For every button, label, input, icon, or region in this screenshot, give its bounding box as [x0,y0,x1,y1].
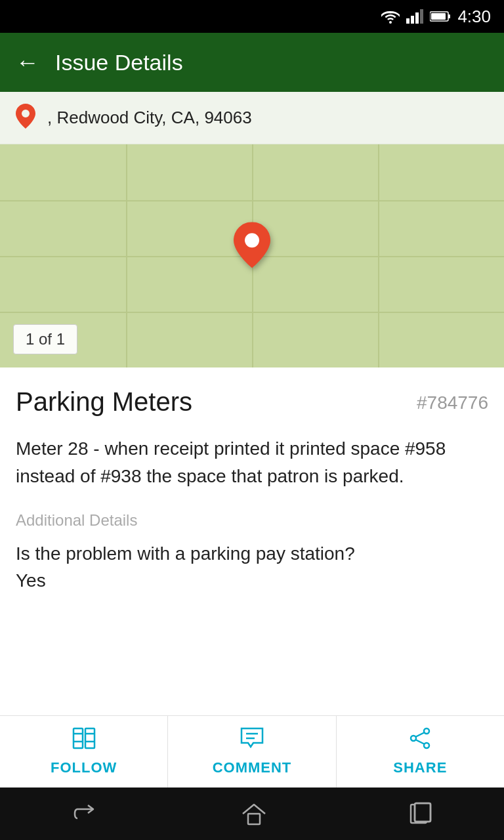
clock-time: 4:30 [457,7,491,27]
svg-rect-3 [420,9,423,24]
svg-rect-0 [406,18,410,24]
comment-icon [240,727,264,754]
svg-rect-6 [431,13,446,20]
map-view[interactable]: 1 of 1 [0,144,504,368]
svg-line-20 [416,740,424,744]
share-button[interactable]: SHARE [337,716,504,788]
svg-rect-21 [248,814,260,824]
map-counter: 1 of 1 [13,324,77,354]
additional-answer: Yes [16,568,488,591]
share-label: SHARE [393,759,447,776]
svg-rect-8 [74,728,83,748]
status-bar: 4:30 [0,0,504,33]
comment-label: COMMENT [213,759,292,776]
follow-icon [72,727,96,754]
svg-rect-2 [415,12,419,24]
issue-title: Parking Meters [16,387,192,417]
svg-line-19 [416,733,424,737]
additional-details-label: Additional Details [16,511,488,530]
svg-rect-9 [85,728,94,748]
battery-icon [430,10,451,22]
map-pin [234,222,270,270]
page-title: Issue Details [55,50,183,75]
status-icons: 4:30 [381,7,491,27]
signal-icon [406,9,423,24]
location-bar: , Redwood City, CA, 94063 [0,92,504,144]
nav-home-button[interactable] [242,802,266,826]
follow-label: FOLLOW [51,759,117,776]
svg-rect-5 [448,14,450,18]
issue-header: Parking Meters #784776 [16,387,488,417]
location-pin-icon [16,104,35,132]
follow-button[interactable]: FOLLOW [0,716,167,788]
svg-rect-23 [415,803,430,822]
nav-back-button[interactable] [71,804,100,824]
comment-button[interactable]: COMMENT [167,716,336,788]
nav-bar [0,788,504,840]
location-address: , Redwood City, CA, 94063 [47,108,252,128]
app-header: ← Issue Details [0,33,504,92]
issue-id: #784776 [417,387,488,413]
svg-point-18 [424,743,429,748]
svg-point-7 [245,233,259,247]
svg-rect-1 [411,16,414,24]
issue-description: Meter 28 - when receipt printed it print… [16,435,488,490]
issue-content: Parking Meters #784776 Meter 28 - when r… [0,368,504,604]
svg-point-16 [424,728,429,734]
back-button[interactable]: ← [16,51,39,74]
nav-recents-button[interactable] [408,802,433,826]
share-icon [408,727,432,754]
additional-question: Is the problem with a parking pay statio… [16,540,488,568]
action-bar: FOLLOW COMMENT SHARE [0,715,504,788]
svg-point-17 [411,736,416,741]
wifi-icon [381,9,400,24]
